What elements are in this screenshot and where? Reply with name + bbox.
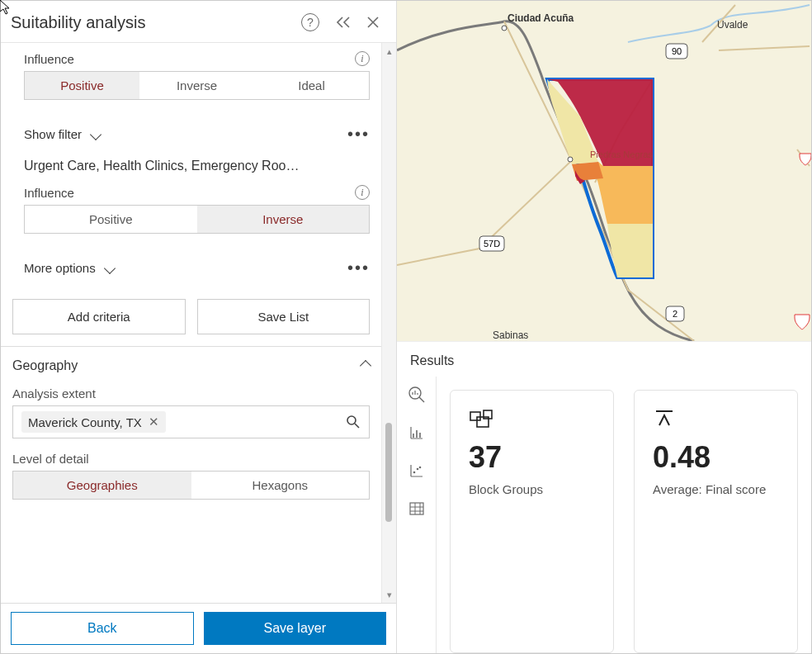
average-score-value: 0.48 <box>653 440 779 475</box>
chevron-down-icon <box>90 128 102 140</box>
map[interactable]: 90 57D 2 35 Ciudad Acuña Uvalde Sabinas … <box>397 1 811 341</box>
interstate-35-label: 35 <box>798 317 806 325</box>
close-button[interactable] <box>361 11 385 34</box>
panel-scrollbar[interactable]: ▴ ▾ <box>381 43 396 603</box>
highway-57d-label: 57D <box>484 239 500 249</box>
show-filter-label: Show filter <box>24 127 82 141</box>
page-title: Suitability analysis <box>11 13 299 32</box>
geography-icon <box>469 407 595 432</box>
scrollbar-thumb[interactable] <box>385 423 392 522</box>
more-options-toggle[interactable]: More options <box>24 261 114 275</box>
remove-tag-button[interactable]: ✕ <box>149 415 159 429</box>
extent-tag-label: Maverick County, TX <box>28 415 142 429</box>
lod-hexagons-option[interactable]: Hexagons <box>191 472 370 499</box>
influence-inverse-option[interactable]: Inverse <box>139 72 254 99</box>
info-icon[interactable]: i <box>355 185 370 200</box>
criteria-title: Urgent Care, Health Clinics, Emergency R… <box>24 159 370 173</box>
bar-chart-icon <box>408 424 425 441</box>
average-icon <box>653 407 779 432</box>
influence-ideal-option[interactable]: Ideal <box>254 72 369 99</box>
svg-point-2 <box>502 26 507 31</box>
svg-point-9 <box>413 472 415 474</box>
analysis-extent-input[interactable]: Maverick County, TX ✕ <box>12 405 370 438</box>
extent-tag: Maverick County, TX ✕ <box>21 411 166 433</box>
results-tab-histogram[interactable] <box>407 423 427 443</box>
show-filter-toggle[interactable]: Show filter <box>24 127 100 141</box>
scroll-down-button[interactable]: ▾ <box>385 590 394 600</box>
more-options-actions[interactable]: ••• <box>347 258 370 277</box>
city-label-piedras-negras: Piedras Negras <box>590 149 653 159</box>
analysis-extent-label: Analysis extent <box>12 386 370 400</box>
city-label-sabinas: Sabinas <box>493 329 528 341</box>
city-label-uvalde: Uvalde <box>717 19 748 31</box>
help-icon: ? <box>301 13 319 31</box>
save-list-button[interactable]: Save List <box>197 299 371 334</box>
results-tab-scatter[interactable] <box>407 461 427 481</box>
magnify-chart-icon <box>408 386 426 404</box>
more-options-label: More options <box>24 261 96 275</box>
influence-label: Influence <box>24 52 74 66</box>
result-card-block-groups: 37 Block Groups <box>450 390 614 653</box>
block-groups-label: Block Groups <box>469 481 595 498</box>
chevron-up-icon <box>360 360 371 372</box>
lod-geographies-option[interactable]: Geographies <box>13 472 191 499</box>
average-score-label: Average: Final score <box>653 481 779 498</box>
city-label-ciudad-acuna: Ciudad Acuña <box>508 12 574 24</box>
svg-rect-13 <box>470 412 480 420</box>
help-button[interactable]: ? <box>299 11 322 34</box>
influence-positive-option[interactable]: Positive <box>25 72 139 99</box>
table-icon <box>408 500 425 517</box>
geography-section-toggle[interactable]: Geography <box>12 358 370 373</box>
svg-line-1 <box>355 424 359 428</box>
scroll-up-button[interactable]: ▴ <box>385 46 394 56</box>
scatter-icon <box>408 462 425 479</box>
svg-point-3 <box>568 157 573 162</box>
influence-label: Influence <box>24 186 74 200</box>
close-icon <box>366 16 380 29</box>
results-title: Results <box>397 341 811 377</box>
chevron-down-icon <box>104 262 116 273</box>
influence-inverse-option[interactable]: Inverse <box>197 206 370 233</box>
level-of-detail-label: Level of detail <box>12 452 370 466</box>
geography-section-title: Geography <box>12 358 78 373</box>
highway-2-label: 2 <box>673 309 677 319</box>
back-button[interactable]: Back <box>11 612 194 645</box>
add-criteria-button[interactable]: Add criteria <box>12 299 186 334</box>
influence-positive-option[interactable]: Positive <box>25 206 197 233</box>
block-groups-count: 37 <box>469 440 595 475</box>
save-layer-button[interactable]: Save layer <box>204 612 387 645</box>
results-tab-table[interactable] <box>407 499 427 519</box>
svg-point-10 <box>416 468 418 471</box>
highway-90-label: 90 <box>672 46 682 56</box>
svg-rect-12 <box>410 503 423 514</box>
search-icon[interactable] <box>346 415 361 429</box>
result-card-average-score: 0.48 Average: Final score <box>634 390 798 653</box>
svg-point-11 <box>418 467 421 469</box>
chevron-double-left-icon <box>335 16 352 29</box>
criteria-more-actions[interactable]: ••• <box>347 125 370 144</box>
info-icon[interactable]: i <box>355 51 370 66</box>
svg-point-0 <box>347 416 356 424</box>
collapse-button[interactable] <box>332 11 355 34</box>
results-tab-summary[interactable] <box>407 385 427 405</box>
svg-line-8 <box>419 397 424 402</box>
